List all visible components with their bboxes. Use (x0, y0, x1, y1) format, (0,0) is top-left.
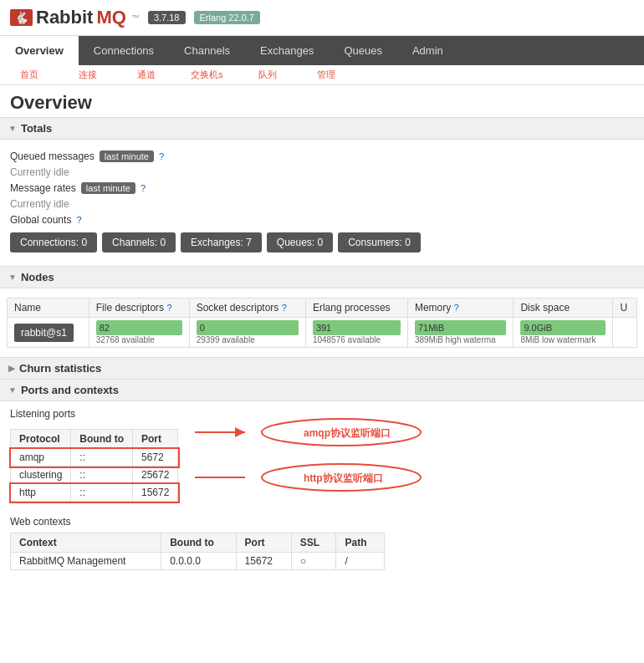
http-row: http :: 15672 (11, 484, 178, 502)
zh-queues: 队列 (238, 67, 297, 83)
nav-admin[interactable]: Admin (397, 36, 458, 65)
page-title: Overview (0, 85, 644, 117)
ports-section: ▼ Ports and contexts Listening ports Pro… (0, 379, 644, 581)
queued-messages-label: Queued messages (10, 150, 95, 162)
web-port: 15672 (236, 553, 291, 570)
memory-bar: 71MiB (415, 320, 506, 335)
memory-val: 71MiB (418, 323, 444, 333)
table-row: rabbit@s1 82 32768 available 0 29399 ava… (8, 318, 637, 348)
logo-icon: 🐇 (10, 9, 33, 26)
erlang-badge: Erlang 22.0.7 (194, 11, 260, 24)
nav-exchanges[interactable]: Exchanges (245, 36, 329, 65)
global-counts-row: Global counts ? (10, 214, 634, 226)
channels-count-btn[interactable]: Channels: 0 (102, 232, 176, 252)
web-path: / (336, 553, 384, 570)
queues-count-btn[interactable]: Queues: 0 (267, 232, 333, 252)
disk-avail: 8MiB low watermark (520, 335, 606, 344)
amqp-annotation-text: amqp协议监听端口 (304, 427, 391, 439)
consumers-count-btn[interactable]: Consumers: 0 (338, 232, 421, 252)
erlang-proc-bar: 391 (313, 320, 401, 335)
erlang-proc-avail: 1048576 available (313, 335, 401, 344)
clustering-bound: :: (71, 467, 133, 484)
ports-header[interactable]: ▼ Ports and contexts (0, 379, 644, 401)
message-rates-badge[interactable]: last minute (81, 182, 135, 194)
global-help[interactable]: ? (76, 215, 81, 225)
nav-chinese-labels: 首页 连接 通道 交换机s 队列 管理 (0, 65, 644, 85)
ports-content: Listening ports Protocol Bound to Port a… (0, 401, 644, 581)
nav-channels[interactable]: Channels (169, 36, 245, 65)
http-protocol: http (11, 484, 71, 502)
file-desc-cell: 82 32768 available (89, 318, 189, 348)
nav-overview[interactable]: Overview (0, 36, 79, 65)
web-contexts-label: Web contexts (10, 516, 634, 528)
web-col-ssl: SSL (291, 533, 336, 553)
zh-admin: 管理 (297, 67, 355, 83)
web-col-context: Context (11, 533, 161, 553)
rates-help[interactable]: ? (141, 183, 146, 193)
zh-exchanges: 交换机s (176, 67, 238, 83)
nodes-content: Name File descriptors ? Socket descripto… (0, 288, 644, 357)
annotations-svg: amqp协议监听端口 http协议监听端口 (195, 421, 488, 496)
zh-channels: 通道 (117, 67, 176, 83)
clustering-row: clustering :: 25672 (11, 467, 178, 484)
zh-overview: 首页 (0, 67, 59, 83)
col-socket-desc: Socket descriptors ? (189, 298, 305, 318)
ports-label: Ports and contexts (21, 384, 119, 396)
header: 🐇 RabbitMQ ™ 3.7.18 Erlang 22.0.7 (0, 0, 644, 36)
logo-mq: MQ (96, 7, 125, 28)
logo-tm: ™ (131, 13, 140, 23)
web-row: RabbitMQ Management 0.0.0.0 15672 ○ / (11, 553, 385, 570)
ports-col-bound: Bound to (71, 430, 133, 449)
file-desc-val: 82 (100, 323, 110, 333)
socket-desc-bar: 0 (197, 320, 299, 335)
nav-queues[interactable]: Queues (329, 36, 397, 65)
last-minute-badge[interactable]: last minute (100, 150, 154, 162)
queued-help[interactable]: ? (159, 151, 164, 161)
ports-arrow: ▼ (8, 385, 17, 395)
http-annotation-text: http协议监听端口 (304, 472, 383, 484)
nodes-section: ▼ Nodes Name File descriptors ? Socket d… (0, 266, 644, 357)
web-ssl: ○ (291, 553, 336, 570)
churn-header[interactable]: ▶ Churn statistics (0, 358, 644, 379)
socket-desc-cell: 0 29399 available (189, 318, 305, 348)
web-col-port: Port (236, 533, 291, 553)
listening-ports-label: Listening ports (10, 408, 634, 420)
file-desc-avail: 32768 available (96, 335, 182, 344)
idle-text-2: Currently idle (10, 198, 634, 210)
socket-desc-val: 0 (200, 323, 205, 333)
memory-avail: 389MiB high waterma (415, 335, 506, 344)
totals-label: Totals (21, 122, 52, 135)
nodes-table: Name File descriptors ? Socket descripto… (7, 298, 637, 348)
global-counts-label: Global counts (10, 214, 71, 226)
memory-cell: 71MiB 389MiB high waterma (407, 318, 513, 348)
logo: 🐇 RabbitMQ ™ (10, 7, 140, 28)
amqp-bound: :: (71, 449, 133, 467)
count-buttons: Connections: 0 Channels: 0 Exchanges: 7 … (10, 232, 634, 252)
churn-label: Churn statistics (19, 362, 101, 375)
totals-content: Queued messages last minute ? Currently … (0, 140, 644, 266)
amqp-port: 5672 (133, 449, 178, 467)
nodes-header[interactable]: ▼ Nodes (0, 266, 644, 288)
ports-annotation-area: Protocol Bound to Port amqp :: 5672 clus… (10, 425, 634, 506)
erlang-proc-val: 391 (316, 323, 331, 333)
node-name[interactable]: rabbit@s1 (14, 324, 74, 342)
web-col-bound: Bound to (161, 533, 236, 553)
totals-section: ▼ Totals Queued messages last minute ? C… (0, 117, 644, 266)
totals-arrow: ▼ (8, 124, 17, 133)
col-disk: Disk space (514, 298, 613, 318)
node-name-cell: rabbit@s1 (8, 318, 89, 348)
logo-rabbit: Rabbit (36, 7, 93, 28)
clustering-port: 25672 (133, 467, 178, 484)
totals-header[interactable]: ▼ Totals (0, 117, 644, 140)
ports-col-port: Port (133, 430, 178, 449)
http-port: 15672 (133, 484, 178, 502)
col-erlang-proc: Erlang processes (305, 298, 407, 318)
col-name: Name (8, 298, 89, 318)
nav-connections[interactable]: Connections (79, 36, 169, 65)
exchanges-count-btn[interactable]: Exchanges: 7 (181, 232, 262, 252)
connections-count-btn[interactable]: Connections: 0 (10, 232, 97, 252)
idle-text-1: Currently idle (10, 166, 634, 178)
clustering-protocol: clustering (11, 467, 71, 484)
ports-table: Protocol Bound to Port amqp :: 5672 clus… (10, 429, 178, 502)
nodes-arrow: ▼ (8, 273, 17, 282)
